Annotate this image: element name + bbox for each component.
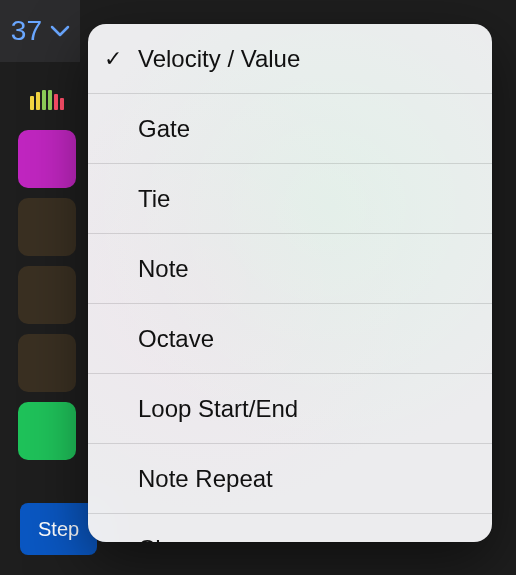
menu-item-label: Velocity / Value: [138, 45, 300, 73]
menu-item-label: Note Repeat: [138, 465, 273, 493]
pad[interactable]: [18, 130, 76, 188]
menu-item-gate[interactable]: Gate: [88, 94, 492, 164]
meter-bar: [54, 94, 58, 110]
meter-bar: [60, 98, 64, 110]
pad[interactable]: [18, 198, 76, 256]
pad[interactable]: [18, 402, 76, 460]
pad-grid: [0, 130, 100, 460]
step-button[interactable]: Step: [20, 503, 97, 555]
meter-bar: [36, 92, 40, 110]
menu-item-note[interactable]: Note: [88, 234, 492, 304]
meter-bar: [30, 96, 34, 110]
top-readout: 37: [0, 0, 80, 62]
pad[interactable]: [18, 266, 76, 324]
menu-item-label: Loop Start/End: [138, 395, 298, 423]
meter-bar: [42, 90, 46, 110]
chevron-down-icon[interactable]: [50, 25, 70, 37]
level-meter: [30, 90, 80, 110]
menu-item-label: Gate: [138, 115, 190, 143]
menu-item-label: Chance: [138, 535, 221, 542]
menu-item-tie[interactable]: Tie: [88, 164, 492, 234]
menu-item-velocity-value[interactable]: ✓ Velocity / Value: [88, 24, 492, 94]
menu-item-loop-start-end[interactable]: Loop Start/End: [88, 374, 492, 444]
menu-item-label: Tie: [138, 185, 170, 213]
checkmark-icon: ✓: [104, 46, 122, 72]
menu-item-note-repeat[interactable]: Note Repeat: [88, 444, 492, 514]
top-readout-value: 37: [11, 15, 42, 47]
menu-item-label: Note: [138, 255, 189, 283]
step-button-label: Step: [38, 518, 79, 541]
menu-item-label: Octave: [138, 325, 214, 353]
meter-bar: [48, 90, 52, 110]
menu-item-chance[interactable]: Chance: [88, 514, 492, 542]
pad[interactable]: [18, 334, 76, 392]
menu-item-octave[interactable]: Octave: [88, 304, 492, 374]
edit-mode-menu: ✓ Velocity / Value Gate Tie Note Octave …: [88, 24, 492, 542]
